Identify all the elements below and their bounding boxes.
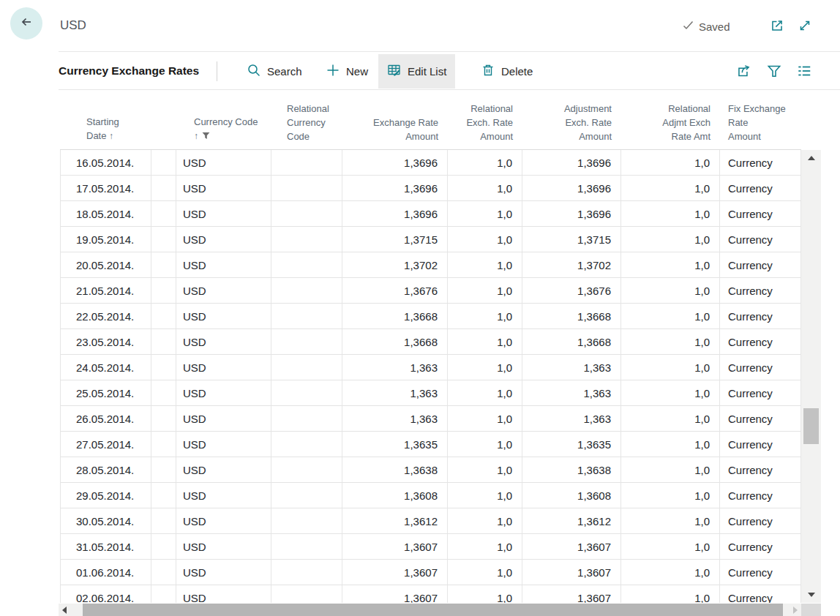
cell-adjustment-exch-rate-amount[interactable]: 1,3696 <box>522 201 621 226</box>
column-header-relational-exch-rate-amount[interactable]: Relational Exch. Rate Amount <box>448 102 522 150</box>
cell-relational-currency-code[interactable] <box>271 304 342 328</box>
table-row[interactable]: 23.05.2014. USD 1,3668 1,0 1,3668 1,0 Cu… <box>60 329 801 355</box>
cell-exchange-rate-amount[interactable]: 1,3668 <box>342 329 448 354</box>
cell-exchange-rate-amount[interactable]: 1,3696 <box>342 176 448 200</box>
table-row[interactable]: 01.06.2014. USD 1,3607 1,0 1,3607 1,0 Cu… <box>60 560 801 585</box>
cell-currency-code[interactable]: USD <box>176 278 271 303</box>
cell-relational-exch-rate-amount[interactable]: 1,0 <box>448 585 522 603</box>
cell-fix-exchange-rate-amount[interactable]: Currency <box>720 201 801 226</box>
cell-currency-code[interactable]: USD <box>176 534 271 559</box>
cell-starting-date[interactable]: 02.06.2014. <box>60 585 151 603</box>
cell-fix-exchange-rate-amount[interactable]: Currency <box>720 176 801 200</box>
cell-relational-adjmt-exch-rate-amt[interactable]: 1,0 <box>621 227 720 252</box>
cell-exchange-rate-amount[interactable]: 1,3676 <box>342 278 448 303</box>
expand-icon[interactable] <box>797 18 813 34</box>
cell-relational-adjmt-exch-rate-amt[interactable]: 1,0 <box>621 483 720 508</box>
vertical-scrollbar[interactable] <box>801 150 821 603</box>
cell-relational-exch-rate-amount[interactable]: 1,0 <box>448 304 522 328</box>
cell-select[interactable] <box>151 304 176 328</box>
cell-select[interactable] <box>151 227 176 252</box>
scroll-left-icon[interactable] <box>62 606 67 614</box>
cell-fix-exchange-rate-amount[interactable]: Currency <box>720 278 801 303</box>
cell-starting-date[interactable]: 25.05.2014. <box>60 380 151 405</box>
cell-starting-date[interactable]: 18.05.2014. <box>60 201 151 226</box>
cell-relational-exch-rate-amount[interactable]: 1,0 <box>448 508 522 533</box>
cell-relational-adjmt-exch-rate-amt[interactable]: 1,0 <box>621 176 720 200</box>
cell-exchange-rate-amount[interactable]: 1,3668 <box>342 304 448 328</box>
table-row[interactable]: 16.05.2014. USD 1,3696 1,0 1,3696 1,0 Cu… <box>60 150 801 176</box>
cell-exchange-rate-amount[interactable]: 1,3608 <box>342 483 448 508</box>
cell-relational-exch-rate-amount[interactable]: 1,0 <box>448 560 522 585</box>
cell-relational-adjmt-exch-rate-amt[interactable]: 1,0 <box>621 406 720 431</box>
cell-relational-adjmt-exch-rate-amt[interactable]: 1,0 <box>621 355 720 380</box>
cell-relational-exch-rate-amount[interactable]: 1,0 <box>448 534 522 559</box>
cell-relational-currency-code[interactable] <box>271 227 342 252</box>
table-row[interactable]: 29.05.2014. USD 1,3608 1,0 1,3608 1,0 Cu… <box>60 483 801 508</box>
cell-select[interactable] <box>151 380 176 405</box>
cell-currency-code[interactable]: USD <box>176 432 271 457</box>
cell-currency-code[interactable]: USD <box>176 483 271 508</box>
cell-fix-exchange-rate-amount[interactable]: Currency <box>720 227 801 252</box>
cell-relational-adjmt-exch-rate-amt[interactable]: 1,0 <box>621 508 720 533</box>
cell-relational-currency-code[interactable] <box>271 380 342 405</box>
cell-relational-exch-rate-amount[interactable]: 1,0 <box>448 406 522 431</box>
cell-adjustment-exch-rate-amount[interactable]: 1,3608 <box>522 483 621 508</box>
scroll-right-icon[interactable] <box>793 606 798 614</box>
column-header-fix-exchange-rate-amount[interactable]: Fix Exchange Rate Amount <box>720 102 801 150</box>
scroll-up-icon[interactable] <box>808 156 815 160</box>
cell-select[interactable] <box>151 150 176 175</box>
cell-relational-exch-rate-amount[interactable]: 1,0 <box>448 432 522 457</box>
search-button[interactable]: Search <box>238 54 311 89</box>
cell-relational-currency-code[interactable] <box>271 483 342 508</box>
cell-starting-date[interactable]: 21.05.2014. <box>60 278 151 303</box>
cell-relational-currency-code[interactable] <box>271 406 342 431</box>
cell-exchange-rate-amount[interactable]: 1,3696 <box>342 150 448 175</box>
cell-fix-exchange-rate-amount[interactable]: Currency <box>720 483 801 508</box>
cell-select[interactable] <box>151 406 176 431</box>
cell-select[interactable] <box>151 534 176 559</box>
cell-exchange-rate-amount[interactable]: 1,3715 <box>342 227 448 252</box>
cell-adjustment-exch-rate-amount[interactable]: 1,3676 <box>522 278 621 303</box>
cell-relational-currency-code[interactable] <box>271 585 342 603</box>
cell-exchange-rate-amount[interactable]: 1,3638 <box>342 457 448 482</box>
cell-starting-date[interactable]: 20.05.2014. <box>60 252 151 277</box>
cell-starting-date[interactable]: 22.05.2014. <box>60 304 151 328</box>
cell-select[interactable] <box>151 483 176 508</box>
table-row[interactable]: 17.05.2014. USD 1,3696 1,0 1,3696 1,0 Cu… <box>60 176 801 201</box>
cell-currency-code[interactable]: USD <box>176 227 271 252</box>
cell-currency-code[interactable]: USD <box>176 176 271 200</box>
back-button[interactable] <box>10 7 42 40</box>
cell-starting-date[interactable]: 30.05.2014. <box>60 508 151 533</box>
cell-currency-code[interactable]: USD <box>176 329 271 354</box>
cell-fix-exchange-rate-amount[interactable]: Currency <box>720 534 801 559</box>
column-header-currency-code[interactable]: Currency Code ↑ <box>176 115 271 150</box>
cell-starting-date[interactable]: 24.05.2014. <box>60 355 151 380</box>
scroll-down-icon[interactable] <box>808 593 815 597</box>
cell-select[interactable] <box>151 585 176 603</box>
cell-starting-date[interactable]: 29.05.2014. <box>60 483 151 508</box>
cell-exchange-rate-amount[interactable]: 1,3612 <box>342 508 448 533</box>
table-row[interactable]: 30.05.2014. USD 1,3612 1,0 1,3612 1,0 Cu… <box>60 508 801 534</box>
cell-adjustment-exch-rate-amount[interactable]: 1,363 <box>522 355 621 380</box>
cell-exchange-rate-amount[interactable]: 1,3696 <box>342 201 448 226</box>
cell-exchange-rate-amount[interactable]: 1,363 <box>342 380 448 405</box>
table-row[interactable]: 24.05.2014. USD 1,363 1,0 1,363 1,0 Curr… <box>60 355 801 380</box>
cell-relational-currency-code[interactable] <box>271 534 342 559</box>
cell-select[interactable] <box>151 432 176 457</box>
cell-starting-date[interactable]: 28.05.2014. <box>60 457 151 482</box>
cell-relational-exch-rate-amount[interactable]: 1,0 <box>448 457 522 482</box>
cell-select[interactable] <box>151 560 176 585</box>
cell-fix-exchange-rate-amount[interactable]: Currency <box>720 380 801 405</box>
cell-relational-currency-code[interactable] <box>271 508 342 533</box>
cell-fix-exchange-rate-amount[interactable]: Currency <box>720 252 801 277</box>
cell-starting-date[interactable]: 27.05.2014. <box>60 432 151 457</box>
cell-starting-date[interactable]: 16.05.2014. <box>60 150 151 175</box>
table-row[interactable]: 31.05.2014. USD 1,3607 1,0 1,3607 1,0 Cu… <box>60 534 801 560</box>
cell-adjustment-exch-rate-amount[interactable]: 1,3607 <box>522 560 621 585</box>
cell-adjustment-exch-rate-amount[interactable]: 1,363 <box>522 406 621 431</box>
cell-relational-adjmt-exch-rate-amt[interactable]: 1,0 <box>621 329 720 354</box>
table-row[interactable]: 21.05.2014. USD 1,3676 1,0 1,3676 1,0 Cu… <box>60 278 801 304</box>
cell-relational-currency-code[interactable] <box>271 432 342 457</box>
edit-list-button[interactable]: Edit List <box>378 54 455 89</box>
column-header-relational-currency-code[interactable]: Relational Currency Code <box>271 102 342 150</box>
